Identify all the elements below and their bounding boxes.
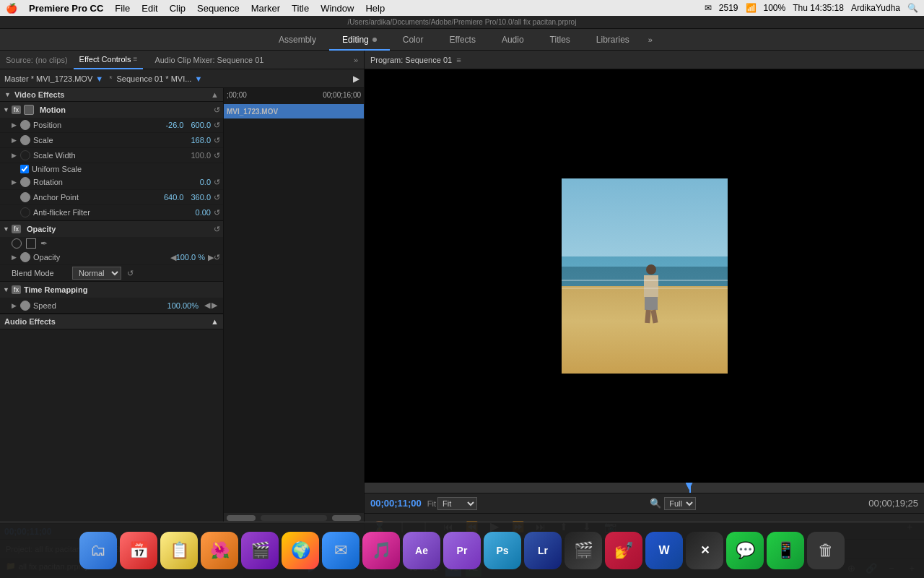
tab-assembly[interactable]: Assembly <box>266 29 329 51</box>
menu-edit[interactable]: Edit <box>141 3 157 14</box>
scale-expand[interactable]: ▶ <box>12 137 19 144</box>
menu-marker[interactable]: Marker <box>251 3 280 14</box>
program-playhead[interactable] <box>689 483 691 493</box>
panel-expand-icon[interactable]: » <box>354 56 358 64</box>
scale-width-expand[interactable]: ▶ <box>12 152 19 159</box>
opacity-anim[interactable] <box>20 252 30 262</box>
position-reset[interactable]: ↺ <box>214 121 220 130</box>
audio-effects-collapse[interactable]: ▲ <box>211 317 219 326</box>
opacity-expand[interactable]: ▶ <box>12 254 19 261</box>
speed-value[interactable]: 100.00% <box>167 301 199 310</box>
speed-expand[interactable]: ▶ <box>12 302 19 309</box>
position-expand[interactable]: ▶ <box>12 121 19 129</box>
motion-header[interactable]: ▼ fx Motion ↺ <box>0 102 223 118</box>
anti-flicker-value[interactable]: 0.00 <box>196 208 211 217</box>
scale-width-value[interactable]: 100.0 <box>191 151 211 160</box>
dock-whatsapp[interactable]: 📱 <box>767 532 804 569</box>
menu-help[interactable]: Help <box>365 3 385 14</box>
blend-reset[interactable]: ↺ <box>127 269 134 278</box>
tab-more[interactable]: » <box>642 35 658 44</box>
rotation-anim[interactable] <box>20 177 30 187</box>
tab-audio[interactable]: Audio <box>489 29 537 51</box>
tab-effect-controls[interactable]: Effect Controls ≡ <box>74 51 144 69</box>
ec-scroll-thumb[interactable] <box>227 515 256 521</box>
anti-flicker-anim[interactable] <box>20 207 30 217</box>
opacity-header[interactable]: ▼ fx Opacity ↺ <box>0 221 223 237</box>
opacity-left-arrow[interactable]: ◀ <box>170 253 176 262</box>
dock-paint[interactable]: 💅 <box>605 532 642 569</box>
ellipse-tool[interactable] <box>12 238 22 249</box>
tab-titles[interactable]: Titles <box>537 29 583 51</box>
dock-calendar[interactable]: 📅 <box>120 532 157 569</box>
dock-fcp[interactable]: 🎬 <box>565 532 602 569</box>
dock-music[interactable]: 🎵 <box>362 532 400 569</box>
scale-width-anim[interactable] <box>20 150 30 160</box>
tab-libraries[interactable]: Libraries <box>583 29 642 51</box>
tab-effects[interactable]: Effects <box>436 29 488 51</box>
uniform-scale-checkbox[interactable] <box>20 165 29 173</box>
play-button[interactable]: ▶ <box>353 74 359 84</box>
speed-anim[interactable] <box>20 301 30 311</box>
sequence-select[interactable]: Sequence 01 * MVI... ▼ <box>116 74 202 83</box>
ec-clip-bar[interactable]: MVI_1723.MOV <box>224 104 364 118</box>
dock-photos[interactable]: 🌺 <box>201 532 238 569</box>
scale-width-reset[interactable]: ↺ <box>214 151 220 160</box>
anchor-anim[interactable] <box>20 192 30 202</box>
search-icon[interactable]: 🔍 <box>907 3 918 13</box>
position-y[interactable]: 600.0 <box>191 121 211 129</box>
dock-twitter[interactable]: ✕ <box>686 532 723 569</box>
ec-scroll-thumb2[interactable] <box>332 515 361 521</box>
dock-chrome[interactable]: 🌍 <box>282 532 319 569</box>
pen-tool[interactable]: ✒ <box>40 238 48 249</box>
menu-clip[interactable]: Clip <box>170 3 186 14</box>
dock-premiere[interactable]: Pr <box>443 532 481 569</box>
speed-left-arrow[interactable]: ◀ <box>204 301 210 310</box>
dock-lr[interactable]: Lr <box>524 532 562 569</box>
dock-notes[interactable]: 📋 <box>160 532 198 569</box>
opacity-value[interactable]: 100.0 % <box>176 253 205 262</box>
position-anim[interactable] <box>20 120 30 130</box>
rotation-value[interactable]: 0.0 <box>200 178 211 186</box>
video-effects-scroll-up[interactable]: ▲ <box>211 90 219 99</box>
dock-line[interactable]: 💬 <box>726 532 764 569</box>
full-select[interactable]: Full1/21/4 <box>664 497 696 510</box>
menu-file[interactable]: File <box>115 3 130 14</box>
master-select[interactable]: Master * MVI_1723.MOV ▼ <box>4 74 103 83</box>
time-remapping-header[interactable]: ▼ fx Time Remapping <box>0 282 223 298</box>
dock-ae[interactable]: Ae <box>403 532 440 569</box>
program-menu-icon[interactable]: ≡ <box>456 56 461 64</box>
apple-menu[interactable]: 🍎 <box>6 3 17 14</box>
dock-finder[interactable]: 🗂 <box>79 532 117 569</box>
rect-tool[interactable] <box>26 238 36 249</box>
scale-reset[interactable]: ↺ <box>214 136 220 145</box>
zoom-icon[interactable]: 🔍 <box>650 498 661 509</box>
position-x[interactable]: -26.0 <box>165 121 183 129</box>
anti-flicker-reset[interactable]: ↺ <box>214 208 220 217</box>
dock-imovie[interactable]: 🎬 <box>241 532 279 569</box>
fit-select[interactable]: Fit25%50%100% <box>437 497 477 510</box>
blend-mode-select[interactable]: Normal Multiply Screen Overlay <box>72 267 121 280</box>
scale-anim[interactable] <box>20 135 30 145</box>
dock-trash[interactable]: 🗑 <box>807 532 845 569</box>
rotation-expand[interactable]: ▶ <box>12 178 19 186</box>
menu-sequence[interactable]: Sequence <box>197 3 240 14</box>
video-effects-collapse[interactable]: ▼ Video Effects <box>4 90 64 99</box>
tab-color[interactable]: Color <box>390 29 437 51</box>
tab-audio-clip-mixer[interactable]: Audio Clip Mixer: Sequence 01 <box>149 51 269 69</box>
anchor-reset[interactable]: ↺ <box>214 193 220 202</box>
menu-window[interactable]: Window <box>321 3 354 14</box>
dock-mail[interactable]: ✉ <box>322 532 359 569</box>
dock-word[interactable]: W <box>645 532 683 569</box>
program-progress-bar[interactable] <box>365 483 924 493</box>
motion-reset[interactable]: ↺ <box>214 105 220 115</box>
opacity-reset[interactable]: ↺ <box>214 225 220 234</box>
anchor-x[interactable]: 640.0 <box>164 193 184 202</box>
tab-editing[interactable]: Editing <box>329 29 390 51</box>
anchor-y[interactable]: 360.0 <box>191 193 211 202</box>
menu-title[interactable]: Title <box>292 3 309 14</box>
opacity-prop-reset[interactable]: ↺ <box>214 253 220 262</box>
scale-value[interactable]: 168.0 <box>191 136 211 144</box>
opacity-right-arrow[interactable]: ▶ <box>208 253 214 262</box>
speed-right-arrow[interactable]: ▶ <box>212 301 217 310</box>
dock-ps[interactable]: Ps <box>484 532 521 569</box>
